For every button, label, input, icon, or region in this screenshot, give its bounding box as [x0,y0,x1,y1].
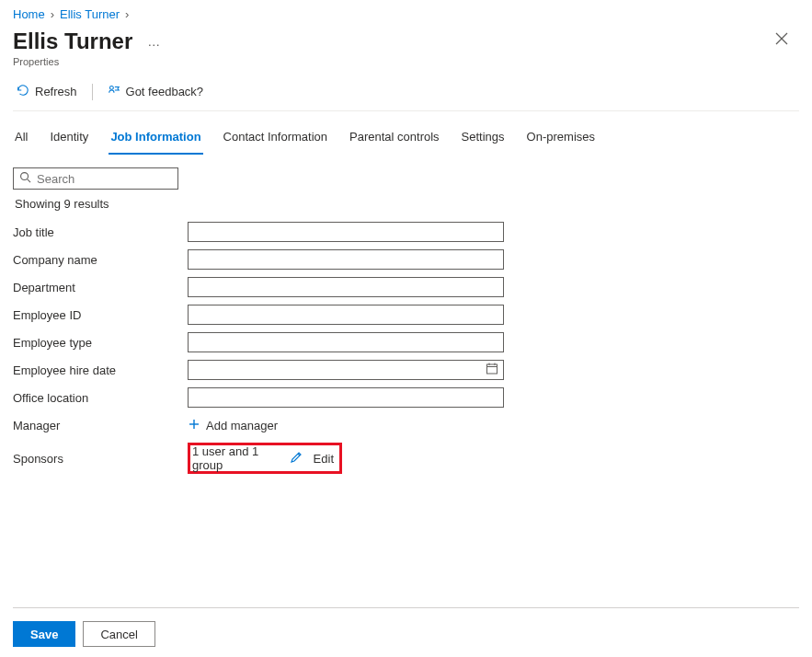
tab-identity[interactable]: Identity [48,124,90,155]
refresh-button[interactable]: Refresh [13,82,81,101]
input-department[interactable] [188,277,504,297]
sponsors-highlight: 1 user and 1 group Edit [188,443,342,474]
more-menu-icon[interactable]: … [143,34,165,49]
refresh-icon [17,84,29,99]
tab-job-information[interactable]: Job Information [109,124,202,155]
feedback-icon [108,84,120,99]
chevron-right-icon: › [125,7,129,21]
label-sponsors: Sponsors [13,452,188,466]
result-count: Showing 9 results [13,197,799,211]
tab-on-premises[interactable]: On-premises [525,124,597,155]
label-company-name: Company name [13,253,188,267]
close-icon [775,34,788,48]
label-department: Department [13,281,188,294]
close-button[interactable] [772,29,792,52]
input-employee-type[interactable] [188,332,504,352]
add-manager-label: Add manager [206,419,278,432]
tab-settings[interactable]: Settings [460,124,507,155]
input-employee-id[interactable] [188,305,504,325]
label-manager: Manager [13,419,188,432]
label-employee-type: Employee type [13,336,188,350]
refresh-label: Refresh [35,85,77,98]
tab-all[interactable]: All [13,124,29,155]
input-employee-hire-date[interactable] [188,360,504,380]
svg-point-2 [109,86,113,89]
label-employee-id: Employee ID [13,308,188,322]
sponsors-summary: 1 user and 1 group [192,444,284,472]
sponsors-edit-link[interactable]: Edit [314,452,334,466]
tab-contact-information[interactable]: Contact Information [222,124,329,155]
label-office-location: Office location [13,391,188,405]
page-title: Ellis Turner [13,29,132,54]
add-manager-button[interactable]: Add manager [188,418,278,433]
svg-point-3 [21,173,29,180]
label-job-title: Job title [13,225,188,239]
feedback-label: Got feedback? [126,85,204,98]
chevron-right-icon: › [51,7,54,21]
toolbar: Refresh Got feedback? [13,82,799,111]
feedback-button[interactable]: Got feedback? [104,82,208,101]
pencil-icon [290,451,303,467]
search-box[interactable] [13,167,178,190]
tab-parental-controls[interactable]: Parental controls [348,124,441,155]
search-input[interactable] [37,172,172,186]
svg-line-4 [28,179,30,182]
breadcrumb-user[interactable]: Ellis Turner [60,7,120,21]
label-employee-hire-date: Employee hire date [13,363,188,377]
breadcrumb-home[interactable]: Home [13,7,45,21]
tabs: All Identity Job Information Contact Inf… [13,124,799,155]
toolbar-divider [92,84,93,100]
input-office-location[interactable] [188,387,504,408]
page-subtitle: Properties [13,56,165,67]
search-icon [19,171,31,186]
input-job-title[interactable] [188,222,504,242]
plus-icon [188,418,200,433]
input-company-name[interactable] [188,249,504,270]
breadcrumb: Home › Ellis Turner › [13,0,799,21]
